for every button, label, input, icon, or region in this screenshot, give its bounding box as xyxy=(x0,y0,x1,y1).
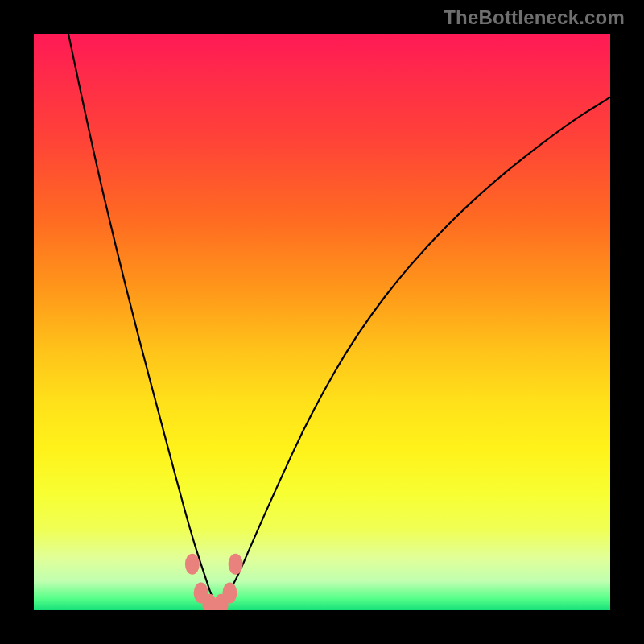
valley-marker xyxy=(222,583,237,604)
bottleneck-curve xyxy=(34,34,610,610)
attribution-watermark: TheBottleneck.com xyxy=(444,6,625,29)
plot-area xyxy=(34,34,610,610)
valley-marker xyxy=(229,554,243,575)
valley-marker xyxy=(185,554,200,575)
chart-frame: TheBottleneck.com xyxy=(0,0,644,644)
